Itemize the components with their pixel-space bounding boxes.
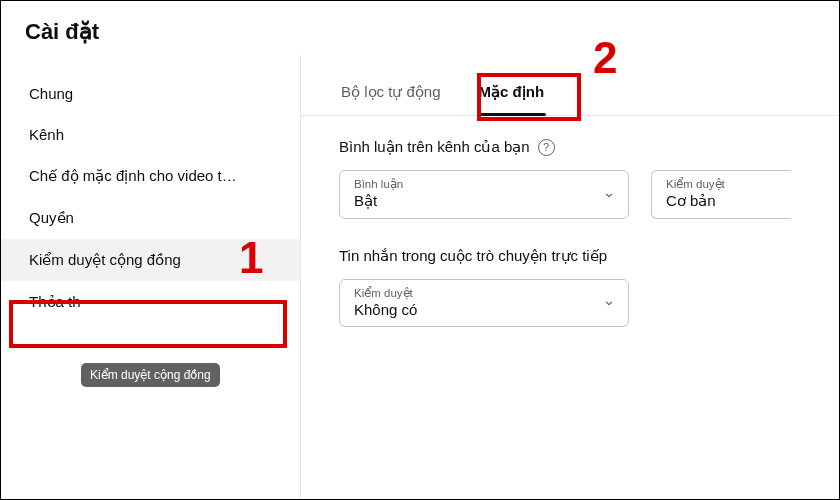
sidebar-item-upload-defaults[interactable]: Chế độ mặc định cho video t… <box>1 155 300 197</box>
settings-header: Cài đặt <box>1 1 839 55</box>
settings-sidebar: Chung Kênh Chế độ mặc định cho video t… … <box>1 55 301 499</box>
livechat-section-title: Tin nhắn trong cuộc trò chuyện trực tiếp <box>339 247 839 265</box>
annotation-callout-2: 2 <box>593 33 617 83</box>
comments-enabled-select[interactable]: Bình luận Bật <box>339 170 629 219</box>
help-icon[interactable]: ? <box>538 139 555 156</box>
livechat-section: Tin nhắn trong cuộc trò chuyện trực tiếp… <box>301 225 839 333</box>
tab-defaults[interactable]: Mặc định <box>477 83 547 115</box>
sidebar-item-agreements[interactable]: Thỏa th <box>1 281 300 323</box>
chevron-down-icon <box>602 188 616 202</box>
comments-section: Bình luận trên kênh của bạn ? Bình luận … <box>301 116 839 225</box>
livechat-moderation-select[interactable]: Kiểm duyệt Không có <box>339 279 629 327</box>
chevron-down-icon <box>602 296 616 310</box>
page-title: Cài đặt <box>25 19 815 45</box>
tab-auto-filter[interactable]: Bộ lọc tự động <box>339 83 443 115</box>
main-panel: Bộ lọc tự động Mặc định 2 Bình luận trên… <box>301 55 839 499</box>
sidebar-item-channel[interactable]: Kênh <box>1 114 300 155</box>
select-label: Bình luận <box>354 177 616 191</box>
select-label: Kiểm duyệt <box>354 286 616 300</box>
annotation-callout-1: 1 <box>239 233 263 283</box>
tab-bar: Bộ lọc tự động Mặc định <box>301 83 839 116</box>
select-value: Cơ bản <box>666 192 779 210</box>
sidebar-tooltip: Kiểm duyệt cộng đồng <box>81 363 220 387</box>
comments-section-title: Bình luận trên kênh của bạn ? <box>339 138 839 156</box>
select-value: Không có <box>354 301 616 318</box>
sidebar-item-general[interactable]: Chung <box>1 73 300 114</box>
select-value: Bật <box>354 192 616 210</box>
comments-moderation-select[interactable]: Kiểm duyệt Cơ bản <box>651 170 791 219</box>
select-label: Kiểm duyệt <box>666 177 779 191</box>
